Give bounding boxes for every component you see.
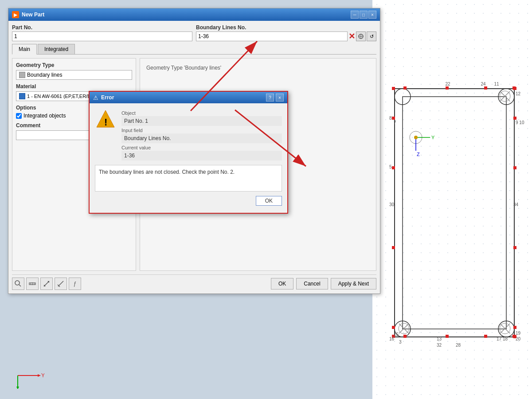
material-value: 1 - EN AW-6061 (EP,ET,ER/B [27, 94, 90, 99]
error-content: ! Object Part No. 1 Input field Boundary… [90, 103, 287, 213]
boundary-reset-button[interactable]: ↺ [367, 31, 376, 41]
geometry-type-box: Boundary lines [16, 70, 132, 80]
maximize-button[interactable]: □ [360, 11, 368, 19]
material-label: Material [16, 83, 132, 90]
svg-text:9 10: 9 10 [516, 120, 524, 125]
svg-text:12: 12 [516, 91, 521, 96]
svg-text:22: 22 [445, 82, 450, 86]
svg-rect-22 [446, 335, 449, 338]
part-no-label: Part No. [12, 24, 192, 31]
part-no-input[interactable] [12, 31, 192, 41]
svg-rect-16 [513, 326, 516, 329]
coordinate-axes: Y Z [9, 358, 44, 390]
geometry-color-swatch [19, 72, 25, 78]
svg-text:28: 28 [456, 343, 461, 348]
apply-next-button[interactable]: Apply & Next [331, 278, 376, 289]
right-panel-text: Geometry Type 'Boundary lines' [144, 62, 372, 74]
error-message-text: The boundary lines are not closed. Check… [99, 169, 235, 175]
svg-text:Y: Y [41, 372, 44, 379]
part-boundary-section: Part No. Boundary Lines No. ✕ ↺ [12, 24, 376, 41]
svg-line-73 [19, 285, 21, 286]
ok-button[interactable]: OK [271, 278, 293, 289]
svg-text:24: 24 [481, 82, 486, 86]
error-message-box: The boundary lines are not closed. Check… [95, 165, 282, 192]
svg-rect-21 [403, 335, 407, 338]
svg-rect-27 [513, 87, 516, 90]
svg-rect-15 [513, 246, 516, 249]
close-button[interactable]: × [368, 11, 376, 19]
toolbar-measure-btn[interactable] [26, 278, 39, 290]
tab-integrated[interactable]: Integrated [38, 44, 75, 54]
geometry-type-value: Boundary lines [27, 72, 62, 78]
svg-text:34: 34 [513, 202, 519, 207]
boundary-lines-label: Boundary Lines No. [196, 24, 376, 31]
toolbar-formula-btn[interactable]: ƒ [69, 278, 81, 290]
svg-rect-10 [392, 166, 395, 169]
svg-marker-64 [38, 374, 41, 377]
svg-text:3: 3 [399, 340, 402, 344]
svg-text:32: 32 [437, 343, 442, 348]
svg-text:7: 7 [394, 120, 396, 125]
boundary-lines-input[interactable] [196, 31, 348, 41]
svg-rect-19 [484, 86, 487, 90]
tab-main[interactable]: Main [12, 44, 37, 55]
svg-text:13: 13 [437, 336, 442, 341]
svg-text:17 18: 17 18 [497, 336, 508, 341]
integrated-objects-label: Integrated objects [23, 113, 66, 119]
bottom-toolbar: ƒ OK Cancel Apply & Next [12, 274, 376, 290]
input-field-label: Input field [121, 128, 282, 133]
title-bar-left: ▶ New Part [12, 11, 44, 18]
cancel-button[interactable]: Cancel [296, 278, 328, 289]
svg-text:Z: Z [417, 152, 420, 157]
warning-icon: ! [95, 109, 116, 130]
svg-rect-18 [446, 86, 449, 90]
error-help-button[interactable]: ? [266, 94, 274, 102]
input-field-value: Boundary Lines No. [121, 133, 282, 143]
error-title-text: Error [101, 94, 114, 101]
error-title-buttons: ? × [266, 94, 284, 102]
error-title-left: ⚠ Error [93, 94, 114, 101]
error-fields: Object Part No. 1 Input field Boundary L… [121, 109, 282, 160]
svg-text:19: 19 [516, 331, 521, 336]
svg-rect-14 [513, 166, 516, 169]
svg-text:Y: Y [431, 135, 435, 140]
toolbar-search-btn[interactable] [12, 278, 24, 290]
svg-rect-13 [513, 117, 516, 120]
minimize-button[interactable]: ─ [351, 11, 359, 19]
tab-bar: Main Integrated [12, 44, 376, 55]
boundary-group: Boundary Lines No. ✕ ↺ [196, 24, 376, 41]
toolbar-scale-btn[interactable] [40, 278, 53, 290]
window-title: New Part [22, 12, 44, 18]
svg-rect-9 [392, 117, 395, 120]
error-ok-button[interactable]: OK [256, 196, 282, 206]
error-close-button[interactable]: × [276, 94, 284, 102]
svg-rect-2 [372, 0, 532, 399]
svg-text:5: 5 [389, 164, 392, 169]
error-dialog: ⚠ Error ? × ! Object Part No. 1 Input fi… [89, 91, 288, 214]
svg-text:!: ! [104, 117, 107, 128]
svg-text:16: 16 [389, 336, 395, 341]
main-title-bar: ▶ New Part ─ □ × [8, 8, 380, 21]
svg-point-72 [15, 281, 20, 285]
toolbar-icons: ƒ [12, 278, 81, 290]
svg-rect-11 [392, 246, 395, 249]
part-no-group: Part No. [12, 24, 192, 41]
svg-rect-12 [392, 326, 395, 329]
comment-input[interactable] [16, 130, 100, 140]
error-icon: ⚠ [93, 94, 98, 101]
svg-rect-17 [403, 86, 407, 90]
svg-text:30: 30 [389, 202, 395, 207]
svg-text:20: 20 [516, 336, 521, 341]
integrated-objects-checkbox[interactable] [16, 113, 22, 119]
svg-text:8: 8 [389, 116, 392, 121]
svg-rect-25 [392, 87, 395, 90]
svg-text:Z: Z [15, 388, 18, 389]
boundary-input-row: ✕ ↺ [196, 31, 376, 41]
svg-rect-23 [484, 335, 487, 338]
current-value-label: Current value [121, 145, 282, 150]
boundary-clear-icon[interactable]: ✕ [348, 31, 355, 41]
error-title-bar: ⚠ Error ? × [90, 92, 287, 103]
boundary-pick-button[interactable] [356, 31, 366, 41]
svg-text:15: 15 [394, 332, 399, 337]
toolbar-edit-btn[interactable] [55, 278, 67, 290]
